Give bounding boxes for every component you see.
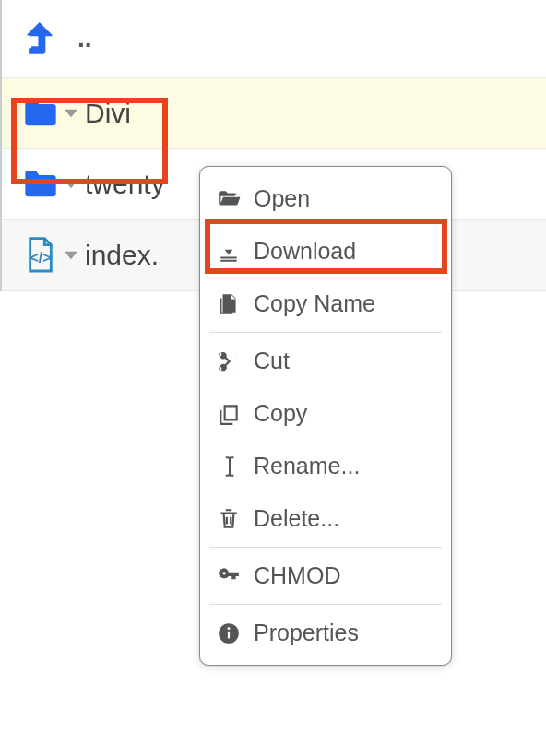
menu-label: Open: [254, 185, 310, 212]
chevron-down-icon[interactable]: [61, 251, 81, 260]
menu-copy-name[interactable]: Copy Name: [200, 278, 451, 330]
info-icon: [217, 621, 254, 645]
chevron-down-icon[interactable]: [61, 109, 81, 118]
menu-label: Delete...: [254, 505, 339, 532]
menu-label: CHMOD: [254, 562, 340, 589]
menu-chmod[interactable]: CHMOD: [200, 549, 451, 602]
menu-label: Download: [254, 238, 356, 265]
menu-download[interactable]: Download: [200, 225, 451, 278]
file-name: Divi: [81, 98, 131, 129]
menu-label: Cut: [254, 348, 290, 374]
folder-icon: [20, 166, 61, 203]
context-menu: Open Download Copy Name Cut Copy Rename.…: [199, 166, 452, 666]
trash-icon: [217, 507, 254, 531]
key-icon: [217, 564, 254, 588]
chevron-down-icon[interactable]: [61, 180, 81, 189]
menu-properties[interactable]: Properties: [200, 607, 451, 659]
menu-label: Copy: [254, 400, 307, 427]
menu-delete[interactable]: Delete...: [200, 492, 451, 545]
menu-label: Copy Name: [254, 290, 375, 317]
menu-divider: [209, 332, 442, 333]
menu-divider: [209, 604, 442, 605]
scissors-icon: [217, 349, 254, 373]
open-folder-icon: [217, 187, 254, 211]
parent-dots: ..: [61, 24, 92, 53]
parent-directory-row[interactable]: ..: [2, 0, 546, 78]
menu-label: Properties: [254, 620, 359, 646]
menu-divider: [209, 547, 442, 548]
copy-icon: [217, 402, 254, 426]
menu-copy[interactable]: Copy: [200, 387, 451, 440]
folder-icon: [20, 95, 61, 132]
file-row-divi[interactable]: Divi: [2, 78, 546, 149]
file-name: index.: [81, 240, 159, 271]
svg-point-3: [227, 627, 230, 630]
code-file-icon: </>: [20, 237, 61, 274]
text-cursor-icon: [217, 455, 254, 478]
menu-label: Rename...: [254, 453, 360, 479]
up-arrow-icon: [20, 22, 61, 55]
download-icon: [217, 240, 254, 264]
svg-rect-2: [228, 631, 230, 638]
copy-name-icon: [217, 292, 254, 316]
file-name: twenty: [81, 169, 165, 200]
menu-cut[interactable]: Cut: [200, 335, 451, 387]
menu-rename[interactable]: Rename...: [200, 440, 451, 492]
menu-open[interactable]: Open: [200, 172, 451, 225]
svg-text:</>: </>: [30, 251, 52, 266]
